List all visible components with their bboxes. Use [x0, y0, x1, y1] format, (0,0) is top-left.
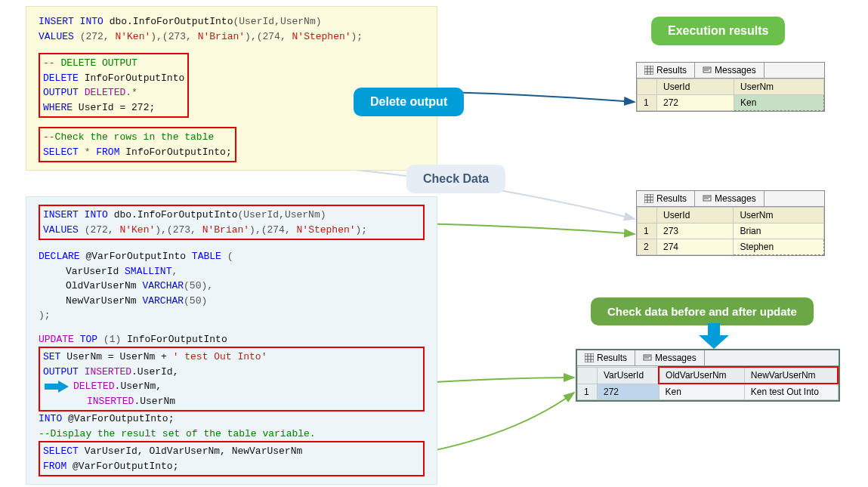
code-line: NewVarUserNm VARCHAR(50) [39, 294, 425, 309]
code-line: UPDATE TOP (1) InfoForOutputInto [39, 332, 425, 347]
set-output-block: SET UserNm = UserNm + ' test Out Into' O… [39, 347, 425, 411]
delete-output-label: Delete output [354, 88, 464, 116]
arrow-right-icon [43, 380, 70, 393]
grid-icon [585, 353, 594, 362]
col-header: OldVarUserNm [659, 367, 744, 384]
grid-icon [644, 66, 653, 75]
messages-tab[interactable]: Messages [635, 350, 705, 365]
execution-results-label: Execution results [651, 17, 785, 45]
table-row: 2274Stephen [638, 239, 824, 255]
code-line: VALUES (272, N'Ken'),(273, N'Brian'),(27… [39, 29, 425, 45]
arrow-down-icon [699, 323, 729, 349]
results-grid-2: Results Messages UserIdUserNm 1273Brian … [636, 190, 825, 256]
code-line: INSERT INTO dbo.InfoForOutputInto(UserId… [39, 14, 425, 29]
results-grid-3: Results Messages VarUserIdOldVarUserNmNe… [576, 349, 840, 402]
svg-rect-8 [644, 194, 653, 203]
svg-rect-0 [644, 66, 653, 75]
delete-output-block: -- DELETE OUTPUT DELETE InfoForOutputInt… [39, 53, 189, 118]
col-header: UserNm [734, 208, 824, 223]
message-icon [703, 194, 712, 203]
table-row: 1273Brian [638, 223, 824, 239]
table-row: 1272Ken [638, 95, 824, 111]
code-line: OldVarUserNm VARCHAR(50), [39, 279, 425, 294]
col-header: UserId [657, 79, 734, 95]
check-rows-block: --Check the rows in the table SELECT * F… [39, 127, 236, 162]
select-var-block: SELECT VarUserId, OldVarUserNm, NewVarUs… [39, 441, 425, 476]
code-line: DECLARE @VarForOutputInto TABLE ( [39, 249, 425, 264]
code-line: VarUserId SMALLINT, [39, 264, 425, 279]
col-header: UserId [657, 208, 734, 223]
results-tab[interactable]: Results [577, 350, 635, 365]
results-grid-1: Results Messages UserIdUserNm 1272Ken [636, 62, 825, 112]
check-data-label: Check Data [406, 165, 505, 193]
message-icon [643, 353, 652, 362]
svg-rect-16 [585, 353, 594, 362]
col-header: UserNm [734, 79, 824, 95]
message-icon [703, 66, 712, 75]
grid-icon [644, 194, 653, 203]
messages-tab[interactable]: Messages [695, 191, 765, 206]
code-line: ); [39, 308, 425, 323]
code-line: INTO @VarForOutputInto; [39, 411, 425, 427]
insert-block-blue: INSERT INTO dbo.InfoForOutputInto(UserId… [39, 205, 425, 240]
col-header: VarUserId [598, 367, 659, 384]
check-before-after-label: Check data before and after update [591, 297, 814, 325]
table-row: 1272KenKen test Out Into [578, 384, 839, 400]
results-tab[interactable]: Results [637, 191, 695, 206]
col-header: NewVarUserNm [744, 367, 838, 384]
messages-tab[interactable]: Messages [695, 63, 765, 78]
code-line: --Display the result set of the table va… [39, 427, 425, 442]
results-tab[interactable]: Results [637, 63, 695, 78]
sql-code-blue: INSERT INTO dbo.InfoForOutputInto(UserId… [26, 196, 437, 485]
